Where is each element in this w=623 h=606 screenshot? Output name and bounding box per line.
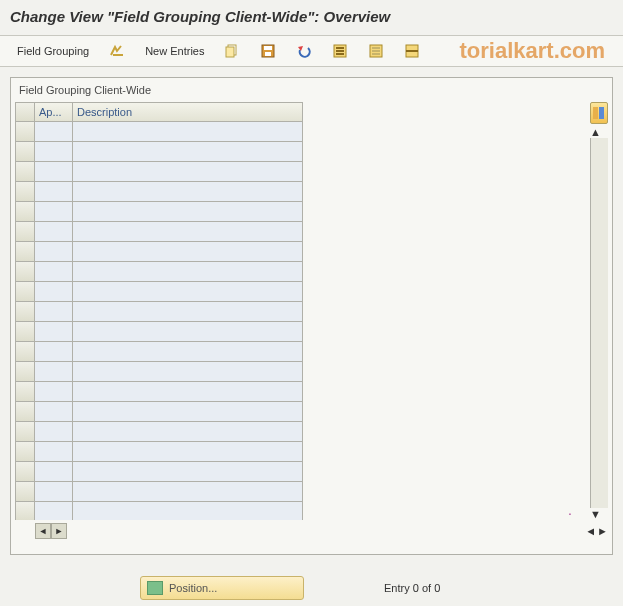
- cell-ap[interactable]: [35, 262, 73, 282]
- cell-ap[interactable]: [35, 182, 73, 202]
- select-all-stub[interactable]: [15, 102, 35, 122]
- row-selector[interactable]: [15, 302, 35, 322]
- save-icon[interactable]: [253, 40, 283, 62]
- delimit-icon[interactable]: [397, 40, 427, 62]
- cell-ap[interactable]: [35, 342, 73, 362]
- cell-description[interactable]: [73, 282, 303, 302]
- cell-description[interactable]: [73, 122, 303, 142]
- cell-description[interactable]: [73, 142, 303, 162]
- row-selector[interactable]: [15, 262, 35, 282]
- row-selector[interactable]: [15, 422, 35, 442]
- col-header-description[interactable]: Description: [73, 102, 303, 122]
- cell-ap[interactable]: [35, 502, 73, 520]
- v-scrollbar[interactable]: [590, 138, 608, 508]
- table-row[interactable]: [15, 362, 303, 382]
- cell-description[interactable]: [73, 362, 303, 382]
- cell-description[interactable]: [73, 162, 303, 182]
- cell-description[interactable]: [73, 462, 303, 482]
- row-selector[interactable]: [15, 282, 35, 302]
- row-selector[interactable]: [15, 142, 35, 162]
- scroll-right-icon[interactable]: ►: [51, 523, 67, 539]
- table-row[interactable]: [15, 122, 303, 142]
- row-selector[interactable]: [15, 482, 35, 502]
- cell-description[interactable]: [73, 482, 303, 502]
- cell-ap[interactable]: [35, 242, 73, 262]
- scroll-right2-icon[interactable]: ►: [597, 525, 608, 537]
- position-button[interactable]: Position...: [140, 576, 304, 600]
- table-row[interactable]: [15, 302, 303, 322]
- table-row[interactable]: [15, 262, 303, 282]
- cell-description[interactable]: [73, 342, 303, 362]
- row-selector[interactable]: [15, 342, 35, 362]
- table-row[interactable]: [15, 342, 303, 362]
- new-entries-button[interactable]: New Entries: [138, 40, 211, 62]
- scroll-up-icon[interactable]: ▲: [590, 126, 608, 138]
- table-row[interactable]: [15, 442, 303, 462]
- cell-ap[interactable]: [35, 382, 73, 402]
- cell-description[interactable]: [73, 502, 303, 520]
- table-row[interactable]: [15, 382, 303, 402]
- cell-ap[interactable]: [35, 222, 73, 242]
- cell-description[interactable]: [73, 442, 303, 462]
- table-row[interactable]: [15, 202, 303, 222]
- table-row[interactable]: [15, 282, 303, 302]
- cell-description[interactable]: [73, 422, 303, 442]
- table-row[interactable]: [15, 142, 303, 162]
- table-row[interactable]: [15, 162, 303, 182]
- row-selector[interactable]: [15, 242, 35, 262]
- col-header-ap[interactable]: Ap...: [35, 102, 73, 122]
- cell-description[interactable]: [73, 402, 303, 422]
- cell-ap[interactable]: [35, 462, 73, 482]
- cell-description[interactable]: [73, 382, 303, 402]
- row-selector[interactable]: [15, 442, 35, 462]
- deselect-all-icon[interactable]: [361, 40, 391, 62]
- row-selector[interactable]: [15, 222, 35, 242]
- row-selector[interactable]: [15, 462, 35, 482]
- undo-icon[interactable]: [289, 40, 319, 62]
- cell-ap[interactable]: [35, 322, 73, 342]
- row-selector[interactable]: [15, 362, 35, 382]
- row-selector[interactable]: [15, 182, 35, 202]
- cell-description[interactable]: [73, 262, 303, 282]
- field-grouping-button[interactable]: Field Grouping: [10, 40, 96, 62]
- cell-ap[interactable]: [35, 282, 73, 302]
- table-row[interactable]: [15, 322, 303, 342]
- row-selector[interactable]: [15, 122, 35, 142]
- scroll-left-icon[interactable]: ◄: [35, 523, 51, 539]
- cell-description[interactable]: [73, 222, 303, 242]
- cell-ap[interactable]: [35, 142, 73, 162]
- configure-columns-button[interactable]: [590, 102, 608, 124]
- cell-ap[interactable]: [35, 442, 73, 462]
- cell-ap[interactable]: [35, 162, 73, 182]
- cell-ap[interactable]: [35, 402, 73, 422]
- copy-icon[interactable]: [217, 40, 247, 62]
- cell-ap[interactable]: [35, 122, 73, 142]
- cell-description[interactable]: [73, 182, 303, 202]
- table-row[interactable]: [15, 462, 303, 482]
- row-selector[interactable]: [15, 402, 35, 422]
- row-selector[interactable]: [15, 502, 35, 520]
- cell-description[interactable]: [73, 302, 303, 322]
- row-selector[interactable]: [15, 162, 35, 182]
- table-row[interactable]: [15, 242, 303, 262]
- scroll-left2-icon[interactable]: ◄: [585, 525, 596, 537]
- table-row[interactable]: [15, 222, 303, 242]
- toggle-icon[interactable]: [102, 40, 132, 62]
- h-scrollbar-left[interactable]: ◄ ►: [15, 522, 303, 540]
- cell-ap[interactable]: [35, 302, 73, 322]
- scroll-down-icon[interactable]: ▼: [590, 508, 608, 520]
- table-row[interactable]: [15, 402, 303, 422]
- row-selector[interactable]: [15, 382, 35, 402]
- table-row[interactable]: [15, 182, 303, 202]
- cell-description[interactable]: [73, 202, 303, 222]
- cell-ap[interactable]: [35, 482, 73, 502]
- cell-ap[interactable]: [35, 422, 73, 442]
- select-all-icon[interactable]: [325, 40, 355, 62]
- table-row[interactable]: [15, 422, 303, 442]
- table-row[interactable]: [15, 502, 303, 520]
- cell-ap[interactable]: [35, 202, 73, 222]
- row-selector[interactable]: [15, 202, 35, 222]
- table-row[interactable]: [15, 482, 303, 502]
- cell-description[interactable]: [73, 322, 303, 342]
- row-selector[interactable]: [15, 322, 35, 342]
